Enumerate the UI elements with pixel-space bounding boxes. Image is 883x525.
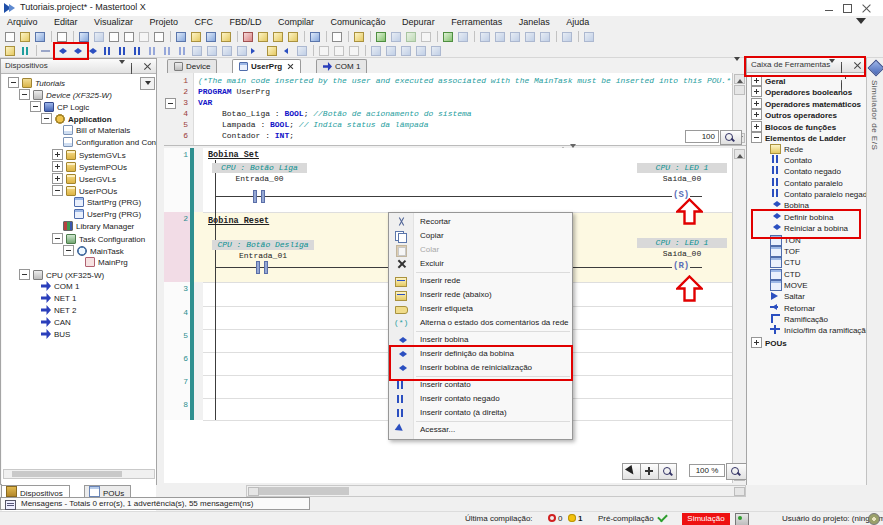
toolbox-item-ton[interactable]: TON [769,235,801,246]
tab-com1[interactable]: COM 1 [316,59,367,73]
branch-start-icon[interactable] [369,45,383,57]
network-number[interactable]: 5 [168,331,188,340]
network-2-comment[interactable]: Bobina Reset [208,216,269,226]
select-tool-button[interactable] [622,463,641,480]
new-object-icon[interactable] [330,31,344,43]
insert-set-coil-icon[interactable] [70,45,84,57]
bookmark-icon[interactable] [241,31,255,43]
menu-item-inserir-contato-negado[interactable]: Inserir contato negado [389,392,572,406]
library-manager-icon[interactable] [441,31,455,43]
reset-coil-symbol[interactable]: (R) [672,261,690,271]
messages-window-icon[interactable] [308,31,322,43]
pan-tool-button[interactable] [640,463,659,480]
close-button[interactable] [860,3,874,13]
build-icon[interactable] [352,31,366,43]
tree-item-userpous[interactable]: UserPOUs [52,185,117,197]
minimize-button[interactable] [822,3,836,13]
tree-item-systemgvls[interactable]: SystemGVLs [52,149,126,161]
tree-item-can[interactable]: CAN [41,317,71,329]
tree-item-com1[interactable]: COM 1 [41,281,79,293]
branch-icon[interactable] [384,45,398,57]
branch-below-icon[interactable] [414,45,428,57]
menu-depurar[interactable]: Depurar [395,16,442,29]
toolbox-item-ctu[interactable]: CTU [769,257,800,268]
replace-next-icon[interactable] [219,31,233,43]
scroll-up-icon[interactable] [734,149,745,159]
tree-item-maintask[interactable]: MainTask [63,245,124,257]
insert-jump-icon[interactable] [250,45,264,57]
toolbox-item-saltar[interactable]: Saltar [769,291,805,302]
toolbox-item-retornar[interactable]: Retornar [769,303,815,314]
tree-item-bill-of-materials[interactable]: Bill of Materials [63,125,130,137]
logout-icon[interactable] [389,31,403,43]
undo-icon[interactable] [77,31,91,43]
insert-reset-coil-icon[interactable] [85,45,99,57]
toggle-breakpoint-icon[interactable] [478,31,492,43]
network-number[interactable]: 1 [168,150,188,159]
network-1-comment[interactable]: Bobina Set [208,150,259,160]
menu-item-inserir-etiqueta[interactable]: Inserir etiqueta [389,302,572,316]
branch-toggle-icon[interactable] [429,45,443,57]
insert-contact-icon[interactable] [100,45,114,57]
tree-item-task-configuration[interactable]: Task Configuration [52,233,145,245]
tree-item-net2[interactable]: NET 2 [41,305,77,317]
panel-close-icon[interactable] [853,61,862,70]
tree-item-library-manager[interactable]: Library Manager [63,221,134,233]
panel-menu-icon[interactable] [119,62,128,71]
toolbox-cat-elementos-de-ladder[interactable]: Elementos de Ladder [751,132,846,143]
menu-arquivo[interactable]: Arquivo [0,16,45,29]
open-project-icon[interactable] [18,31,32,43]
new-project-icon[interactable] [3,31,17,43]
cut-icon[interactable] [107,31,121,43]
declaration-zoom-icon[interactable] [720,130,742,145]
redo-icon[interactable] [92,31,106,43]
insert-parallel-contact-icon[interactable] [145,45,159,57]
menu-visualizar[interactable]: Visualizar [87,16,140,29]
network-number[interactable]: 7 [168,377,188,386]
insert-network-icon[interactable] [3,45,17,57]
menu-item-inserir-bobina-reinicializacao[interactable]: Inserir bobina de reinicialização [389,361,572,375]
copy-icon[interactable] [122,31,136,43]
tab-list-dropdown-icon[interactable] [734,61,745,71]
step-into-icon[interactable] [508,31,522,43]
toolbox-item-inicio-fim-ramificacao[interactable]: Início/fim da ramificação [769,325,870,336]
menu-item-inserir-rede-abaixo[interactable]: Inserir rede (abaixo) [389,288,572,302]
menu-fbdld[interactable]: FBD/LD [223,16,269,29]
menu-item-inserir-contato-direita[interactable]: Inserir contato (à direita) [389,406,572,420]
stop-icon[interactable] [419,31,433,43]
insert-box-with-en-icon[interactable] [205,45,219,57]
network-number[interactable]: 3 [168,284,188,293]
scroll-right-icon[interactable] [734,487,745,496]
menu-editar[interactable]: Editar [47,16,85,29]
menu-item-recortar[interactable]: Recortar [389,215,572,229]
toggle-network-comment-icon[interactable] [18,45,32,57]
zoom-tool-button[interactable] [658,463,677,480]
watch-icon[interactable] [456,31,470,43]
tree-item-systempous[interactable]: SystemPOUs [52,161,127,173]
run-to-cursor-icon[interactable] [538,31,552,43]
tree-item-startprg[interactable]: StartPrg (PRG) [74,197,141,209]
find-next-icon[interactable] [189,31,203,43]
toolbox-cat-operadores-booleanos[interactable]: Operadores booleanos [751,86,852,97]
toolbox-item-definir-bobina[interactable]: Definir bobina [769,212,833,223]
tree-item-userprg[interactable]: UserPrg (PRG) [74,209,141,221]
network-number[interactable]: 2 [168,214,188,223]
force-values-icon[interactable] [582,31,596,43]
insert-negated-contact-icon[interactable] [115,45,129,57]
menu-cfc[interactable]: CFC [187,16,220,29]
menu-item-inserir-contato[interactable]: Inserir contato [389,378,572,392]
tree-item-cpu[interactable]: CPU (XF325-W) [19,269,104,281]
box-tool-1-icon[interactable] [317,45,331,57]
step-out-icon[interactable] [523,31,537,43]
messages-bar[interactable]: Mensagens - Totais 0 erro(s), 1 advertên… [0,497,310,510]
tree-item-net1[interactable]: NET 1 [41,293,77,305]
tree-hscrollbar[interactable] [3,469,155,479]
insert-return-icon[interactable] [280,45,294,57]
insert-coil-icon[interactable] [55,45,69,57]
toolbox-cat-operadores-matematicos[interactable]: Operadores matemáticos [751,98,861,109]
ladder-zoom-value[interactable]: 100 % [689,464,725,477]
declaration-editor[interactable]: 1 2 3 4 5 6 (*The main code inserted by … [164,73,746,146]
toolbox-item-reiniciar-a-bobina[interactable]: Reiniciar a bobina [769,223,848,234]
menu-item-colar[interactable]: Colar [389,243,572,257]
contact-symbol[interactable] [264,261,268,274]
